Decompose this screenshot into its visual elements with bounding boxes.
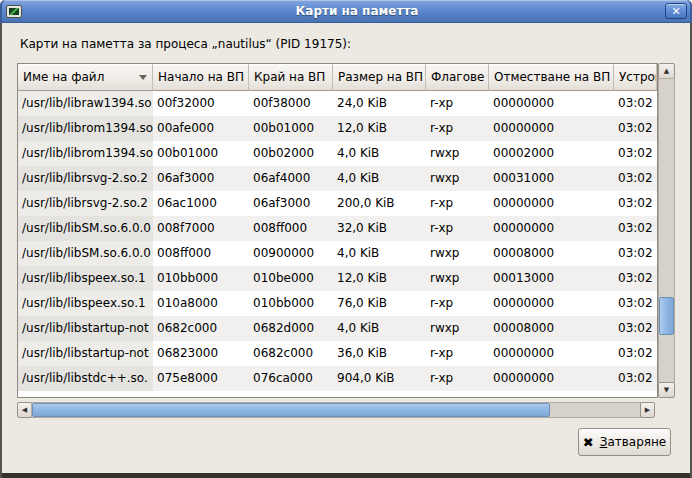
table-body: /usr/lib/libraw1394.so 00f32000 00f38000…: [18, 91, 657, 391]
cell-filename: /usr/lib/libstartup-not: [18, 341, 153, 366]
vertical-scrollbar-track[interactable]: [658, 78, 675, 383]
vertical-scrollbar-thumb[interactable]: [659, 297, 674, 335]
cell-vm-size: 12,0 KiB: [333, 116, 426, 141]
arrow-right-icon: ▶: [645, 406, 650, 414]
cell-filename: /usr/lib/librom1394.so: [18, 116, 153, 141]
cell-vm-size: 904,0 KiB: [333, 366, 426, 391]
column-header[interactable]: Име на файл: [18, 64, 153, 91]
close-dialog-button[interactable]: ✖ Затваряне: [578, 428, 671, 456]
cell-vm-size: 24,0 KiB: [333, 91, 426, 116]
cell-vm-start: 010a8000: [153, 291, 249, 316]
table-row[interactable]: /usr/lib/libstartup-not 0682c000 0682d00…: [18, 316, 657, 341]
memory-maps-table: Име на файл Начало на ВП Край на ВП Разм…: [17, 63, 658, 398]
cell-vm-start: 008ff000: [153, 241, 249, 266]
cell-vm-start: 008f7000: [153, 216, 249, 241]
cell-flags: rwxp: [426, 266, 489, 291]
table-row[interactable]: /usr/lib/libSM.so.6.0.0 008f7000 008ff00…: [18, 216, 657, 241]
table-row[interactable]: /usr/lib/libstdc++.so. 075e8000 076ca000…: [18, 366, 657, 391]
cell-flags: r-xp: [426, 366, 489, 391]
cell-filename: /usr/lib/libSM.so.6.0.0: [18, 216, 153, 241]
titlebar[interactable]: Карти на паметта ✕: [0, 0, 692, 23]
cell-device: 03:02: [614, 141, 657, 166]
scroll-right-button[interactable]: ▶: [640, 402, 655, 418]
cell-vm-size: 36,0 KiB: [333, 341, 426, 366]
cell-vm-start: 06ac1000: [153, 191, 249, 216]
cell-flags: rwxp: [426, 316, 489, 341]
sort-descending-icon: [139, 75, 147, 80]
cell-device: 03:02: [614, 316, 657, 341]
table-row[interactable]: /usr/lib/libstartup-not 06823000 0682c00…: [18, 341, 657, 366]
cell-vm-offset: 00008000: [489, 241, 614, 266]
scroll-left-button[interactable]: ◀: [17, 402, 32, 418]
vertical-scrollbar[interactable]: ▲ ▼: [658, 63, 675, 398]
table-row[interactable]: /usr/lib/librsvg-2.so.2 06ac1000 06af300…: [18, 191, 657, 216]
horizontal-scrollbar[interactable]: ◀ ▶: [17, 402, 655, 418]
column-header[interactable]: Размер на ВП: [333, 64, 426, 91]
window-close-button[interactable]: ✕: [665, 3, 687, 19]
cell-vm-offset: 00000000: [489, 341, 614, 366]
cell-flags: r-xp: [426, 191, 489, 216]
cell-vm-offset: 00000000: [489, 116, 614, 141]
horizontal-scrollbar-thumb[interactable]: [32, 403, 550, 417]
cell-device: 03:02: [614, 266, 657, 291]
cell-vm-size: 4,0 KiB: [333, 141, 426, 166]
table-row[interactable]: /usr/lib/libspeex.so.1 010bb000 010be000…: [18, 266, 657, 291]
cell-vm-start: 00afe000: [153, 116, 249, 141]
table-row[interactable]: /usr/lib/libspeex.so.1 010a8000 010bb000…: [18, 291, 657, 316]
cell-device: 03:02: [614, 341, 657, 366]
table-row[interactable]: /usr/lib/libSM.so.6.0.0 008ff000 0090000…: [18, 241, 657, 266]
cell-flags: r-xp: [426, 216, 489, 241]
column-header-label: Край на ВП: [254, 65, 325, 90]
cell-vm-size: 32,0 KiB: [333, 216, 426, 241]
table-row[interactable]: /usr/lib/libraw1394.so 00f32000 00f38000…: [18, 91, 657, 116]
table-row[interactable]: /usr/lib/librom1394.so 00b01000 00b02000…: [18, 141, 657, 166]
cell-vm-offset: 00000000: [489, 366, 614, 391]
cell-vm-end: 00b01000: [249, 116, 333, 141]
arrow-down-icon: ▼: [664, 386, 669, 394]
cell-vm-offset: 00013000: [489, 266, 614, 291]
cell-vm-offset: 00031000: [489, 166, 614, 191]
column-header-label: Размер на ВП: [338, 65, 423, 90]
scroll-up-button[interactable]: ▲: [658, 63, 675, 79]
cell-device: 03:02: [614, 116, 657, 141]
cell-vm-start: 00b01000: [153, 141, 249, 166]
cell-device: 03:02: [614, 166, 657, 191]
column-header[interactable]: Флагове: [426, 64, 489, 91]
system-monitor-icon: [6, 4, 22, 18]
column-header[interactable]: Начало на ВП: [153, 64, 249, 91]
table-row[interactable]: /usr/lib/librom1394.so 00afe000 00b01000…: [18, 116, 657, 141]
cell-vm-start: 075e8000: [153, 366, 249, 391]
table-header-row: Име на файл Начало на ВП Край на ВП Разм…: [18, 64, 657, 91]
column-header[interactable]: Край на ВП: [249, 64, 333, 91]
cell-vm-end: 010bb000: [249, 291, 333, 316]
cell-filename: /usr/lib/libstartup-not: [18, 316, 153, 341]
column-header-label: Устройство: [619, 65, 657, 90]
cell-vm-size: 4,0 KiB: [333, 316, 426, 341]
cell-flags: r-xp: [426, 116, 489, 141]
column-header[interactable]: Устройство: [614, 64, 657, 91]
column-header-label: Име на файл: [23, 65, 104, 90]
cell-vm-offset: 00008000: [489, 316, 614, 341]
cell-vm-end: 00b02000: [249, 141, 333, 166]
cell-vm-size: 4,0 KiB: [333, 241, 426, 266]
cell-vm-start: 00f32000: [153, 91, 249, 116]
monitor-screen: [9, 8, 19, 15]
dialog-description: Карти на паметта за процеса „nautilus“ (…: [20, 37, 351, 51]
cell-filename: /usr/lib/libstdc++.so.: [18, 366, 153, 391]
cell-vm-end: 0682d000: [249, 316, 333, 341]
scroll-down-button[interactable]: ▼: [658, 382, 675, 398]
cell-vm-offset: 00002000: [489, 141, 614, 166]
column-header[interactable]: Отместване на ВП: [489, 64, 614, 91]
close-icon: ✕: [671, 5, 680, 18]
cell-flags: rwxp: [426, 166, 489, 191]
arrow-left-icon: ◀: [22, 406, 27, 414]
cell-vm-start: 010bb000: [153, 266, 249, 291]
table-row[interactable]: /usr/lib/librsvg-2.so.2 06af3000 06af400…: [18, 166, 657, 191]
column-header-label: Начало на ВП: [158, 65, 244, 90]
cell-vm-offset: 00000000: [489, 191, 614, 216]
cell-flags: r-xp: [426, 341, 489, 366]
close-dialog-label: Затваряне: [600, 435, 667, 449]
cell-vm-end: 06af4000: [249, 166, 333, 191]
cell-vm-offset: 00000000: [489, 91, 614, 116]
cell-flags: rwxp: [426, 141, 489, 166]
